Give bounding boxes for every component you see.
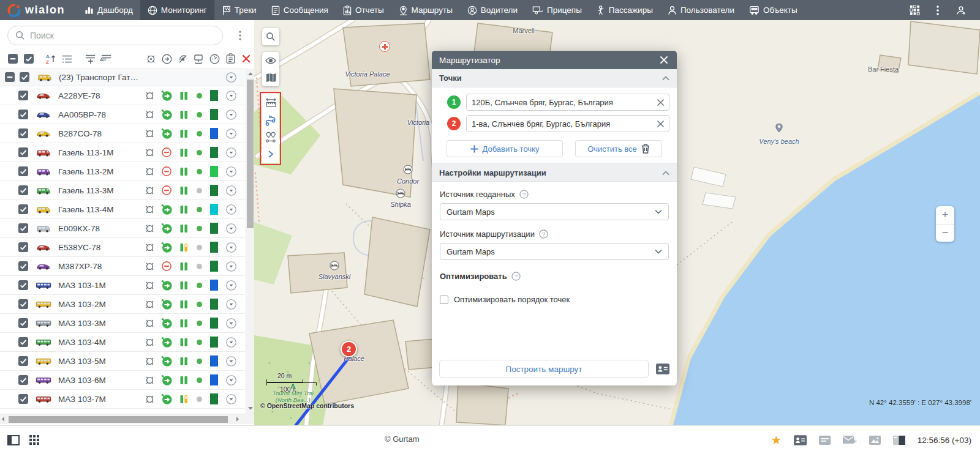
unit-checkbox[interactable] bbox=[18, 394, 29, 404]
contact-card-icon[interactable] bbox=[656, 363, 669, 374]
locate-unit-icon[interactable] bbox=[141, 90, 158, 102]
visibility-eye-icon[interactable] bbox=[262, 52, 279, 69]
unit-checkbox[interactable] bbox=[18, 91, 29, 101]
unit-row[interactable]: МАЗ 103-3М bbox=[0, 314, 245, 333]
unit-checkbox[interactable] bbox=[18, 128, 29, 139]
unit-menu-chevron[interactable] bbox=[222, 355, 240, 367]
distance-ruler-icon[interactable] bbox=[262, 94, 279, 111]
locate-unit-icon[interactable] bbox=[141, 337, 158, 348]
locate-unit-icon[interactable] bbox=[141, 261, 158, 272]
group-partial-checkbox[interactable] bbox=[5, 72, 15, 83]
nav-item-dashboard[interactable]: Дашборд bbox=[77, 0, 140, 20]
settings-section-header[interactable]: Настройки маршрутизации bbox=[432, 163, 677, 182]
unit-row[interactable]: МАЗ 103-2М bbox=[0, 295, 245, 314]
help-icon[interactable]: ? bbox=[511, 272, 521, 281]
locate-unit-icon[interactable] bbox=[141, 242, 158, 253]
gurtam-copyright[interactable]: © Gurtam bbox=[385, 434, 420, 444]
track-color-square[interactable] bbox=[210, 109, 218, 120]
nav-item-trailers[interactable]: Прицепы bbox=[525, 0, 589, 20]
collapse-chevron-icon[interactable] bbox=[662, 168, 669, 177]
unit-checkbox[interactable] bbox=[18, 242, 29, 253]
locate-unit-icon[interactable] bbox=[141, 166, 158, 177]
locate-unit-icon[interactable] bbox=[141, 223, 158, 234]
unit-row[interactable]: Газель 113-4М bbox=[0, 200, 245, 219]
route-point-2-marker[interactable]: 2 bbox=[341, 341, 357, 357]
favorites-star-icon[interactable]: ★ bbox=[771, 434, 782, 446]
locate-unit-icon[interactable] bbox=[141, 204, 158, 215]
wialon-logo[interactable]: wialon bbox=[0, 4, 77, 17]
clear-all-button[interactable]: Очистить все bbox=[575, 140, 662, 157]
track-color-square[interactable] bbox=[210, 128, 218, 139]
zoom-out-button[interactable]: − bbox=[936, 225, 954, 242]
unit-row[interactable]: МАЗ 103-5М bbox=[0, 352, 245, 371]
unit-row[interactable]: Е009КХ-78 bbox=[0, 219, 245, 238]
unit-row[interactable]: Газель 113-2М bbox=[0, 162, 245, 181]
locate-all-icon[interactable] bbox=[143, 51, 159, 66]
track-color-square[interactable] bbox=[210, 223, 218, 234]
unit-checkbox[interactable] bbox=[18, 318, 29, 329]
deselect-all-checkbox[interactable] bbox=[5, 51, 21, 66]
unit-row[interactable]: В287СО-78 bbox=[0, 124, 245, 143]
zoom-in-button[interactable]: + bbox=[936, 206, 954, 225]
clipboard-icon[interactable] bbox=[222, 51, 238, 66]
unit-row[interactable]: АА005ВР-78 bbox=[0, 105, 245, 124]
vertical-scrollbar[interactable] bbox=[246, 69, 254, 414]
scroll-down-arrow[interactable] bbox=[248, 407, 253, 410]
unit-menu-chevron[interactable] bbox=[222, 147, 240, 158]
track-color-square[interactable] bbox=[210, 185, 218, 196]
locate-unit-icon[interactable] bbox=[141, 280, 158, 291]
locate-unit-icon[interactable] bbox=[141, 109, 158, 121]
unit-checkbox[interactable] bbox=[18, 280, 29, 291]
nav-item-tracks[interactable]: Треки bbox=[214, 0, 264, 20]
locate-unit-icon[interactable] bbox=[141, 393, 158, 405]
unit-row[interactable]: МАЗ 103-1М bbox=[0, 276, 245, 295]
geodata-source-select[interactable]: Gurtam Maps bbox=[440, 203, 669, 220]
unit-menu-chevron[interactable] bbox=[222, 242, 240, 253]
clear-point-2-icon[interactable] bbox=[657, 121, 664, 127]
nav-item-users[interactable]: Пользователи bbox=[660, 0, 742, 20]
locate-unit-icon[interactable] bbox=[141, 355, 158, 367]
clear-point-1-icon[interactable] bbox=[657, 99, 664, 106]
locate-unit-icon[interactable] bbox=[141, 185, 158, 196]
close-panel-icon[interactable] bbox=[238, 51, 254, 66]
sort-az-icon[interactable]: AZ bbox=[43, 51, 59, 66]
locate-unit-icon[interactable] bbox=[141, 128, 158, 140]
nav-item-monitoring[interactable]: Мониторинг bbox=[140, 0, 214, 20]
track-color-square[interactable] bbox=[210, 90, 218, 101]
search-input[interactable] bbox=[30, 31, 202, 40]
nav-item-routes[interactable]: Маршруты bbox=[391, 0, 460, 20]
toggle-panel-icon[interactable] bbox=[7, 435, 20, 445]
track-color-square[interactable] bbox=[210, 242, 218, 253]
build-route-button[interactable]: Построить маршрут bbox=[439, 360, 649, 378]
unit-checkbox[interactable] bbox=[18, 110, 29, 120]
scroll-left-arrow[interactable] bbox=[2, 417, 4, 422]
track-color-square[interactable] bbox=[210, 299, 218, 310]
routing-tool-icon[interactable] bbox=[262, 111, 279, 128]
unit-menu-chevron[interactable] bbox=[222, 128, 240, 140]
unit-menu-chevron[interactable] bbox=[222, 90, 240, 102]
nav-item-drivers[interactable]: Водители bbox=[460, 0, 525, 20]
group-checkbox[interactable] bbox=[20, 72, 30, 83]
nav-item-reports[interactable]: Отчеты bbox=[336, 0, 391, 20]
locate-unit-icon[interactable] bbox=[141, 318, 158, 329]
osm-attribution[interactable]: © OpenStreetMap contributors bbox=[260, 402, 354, 409]
unit-group-row[interactable]: (23) Транспорт Гат… bbox=[0, 69, 245, 86]
show-all-icon[interactable]: All bbox=[98, 51, 114, 66]
track-color-square[interactable] bbox=[210, 261, 218, 272]
locate-unit-icon[interactable] bbox=[141, 374, 158, 386]
unit-checkbox[interactable] bbox=[18, 261, 29, 272]
unit-row[interactable]: Газель 113-1М bbox=[0, 143, 245, 162]
split-view-icon[interactable] bbox=[893, 436, 905, 445]
routing-source-select[interactable]: Gurtam Maps bbox=[440, 243, 669, 260]
optimize-order-checkbox[interactable] bbox=[440, 296, 448, 304]
unit-checkbox[interactable] bbox=[18, 204, 29, 215]
dialog-header[interactable]: Маршрутизатор bbox=[432, 51, 677, 69]
track-color-square[interactable] bbox=[210, 318, 218, 329]
unit-row[interactable]: М387ХР-78 bbox=[0, 257, 245, 276]
add-to-list-icon[interactable] bbox=[82, 51, 98, 66]
track-color-square[interactable] bbox=[210, 147, 218, 158]
unit-menu-chevron[interactable] bbox=[222, 223, 240, 234]
point-1-input[interactable] bbox=[472, 98, 657, 107]
help-icon[interactable]: ? bbox=[539, 229, 548, 239]
unit-menu-chevron[interactable] bbox=[222, 280, 240, 291]
